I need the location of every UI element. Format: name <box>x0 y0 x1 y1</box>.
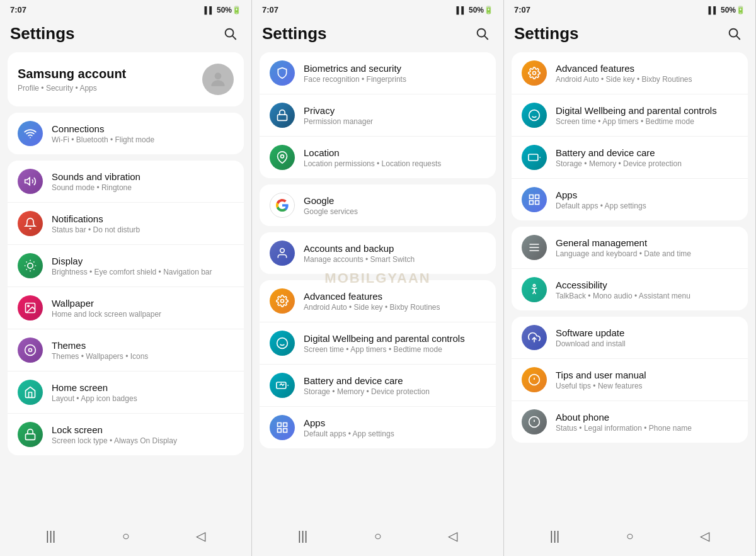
apps2-icon <box>522 187 547 212</box>
list-item[interactable]: Display Brightness • Eye comfort shield … <box>8 245 244 287</box>
list-item[interactable]: About phone Status • Legal information •… <box>512 401 748 443</box>
panel3-group2: General management Language and keyboard… <box>512 227 748 310</box>
item-sub: Status • Legal information • Phone name <box>556 424 738 433</box>
search-button-2[interactable] <box>471 22 493 45</box>
list-item[interactable]: Wallpaper Home and lock screen wallpaper <box>8 287 244 329</box>
signal-icon-2: ▌▌ <box>456 6 466 14</box>
item-title: Home screen <box>52 382 234 393</box>
item-sub: Wi-Fi • Bluetooth • Flight mode <box>52 135 234 144</box>
item-text: Connections Wi-Fi • Bluetooth • Flight m… <box>52 123 234 144</box>
list-item[interactable]: Location Location permissions • Location… <box>260 137 496 178</box>
status-bar-2: 7:07 ▌▌ 50%🔋 <box>252 0 503 17</box>
connections-group: Connections Wi-Fi • Bluetooth • Flight m… <box>8 113 244 154</box>
page-title-3: Settings <box>514 24 579 43</box>
wallpaper-icon <box>18 295 43 321</box>
privacy-icon <box>270 103 295 128</box>
item-title: General management <box>556 237 738 248</box>
item-sub: Download and install <box>556 339 738 348</box>
biometrics-icon <box>270 60 295 86</box>
home-button-3[interactable]: ○ <box>616 526 644 546</box>
item-sub: Useful tips • New features <box>556 382 738 390</box>
home-button-2[interactable]: ○ <box>364 526 392 546</box>
item-title: Google <box>304 195 486 206</box>
item-text: About phone Status • Legal information •… <box>556 412 738 433</box>
item-sub: Face recognition • Fingerprints <box>304 75 486 84</box>
list-item[interactable]: Tips and user manual Useful tips • New f… <box>512 359 748 401</box>
svg-rect-43 <box>530 201 534 205</box>
list-item[interactable]: Digital Wellbeing and parental controls … <box>512 94 748 137</box>
search-button-3[interactable] <box>723 22 745 45</box>
list-item[interactable]: Home screen Layout • App icon badges <box>8 372 244 414</box>
item-text: Accessibility TalkBack • Mono audio • As… <box>556 280 738 300</box>
samsung-account-info: Samsung account Profile • Security • App… <box>18 67 126 93</box>
item-text: Advanced features Android Auto • Side ke… <box>556 63 738 84</box>
list-item[interactable]: Apps Default apps • App settings <box>512 179 748 220</box>
item-text: Digital Wellbeing and parental controls … <box>304 333 486 354</box>
svg-rect-42 <box>536 201 539 205</box>
recent-button-3[interactable]: ||| <box>540 526 570 546</box>
back-button-2[interactable]: ◁ <box>438 526 467 546</box>
list-item[interactable]: Software update Download and install <box>512 317 748 359</box>
list-item[interactable]: Accounts and backup Manage accounts • Sm… <box>260 232 496 274</box>
item-title: Digital Wellbeing and parental controls <box>304 333 486 344</box>
recent-button-1[interactable]: ||| <box>36 526 66 546</box>
item-sub: Screen lock type • Always On Display <box>52 436 234 445</box>
list-item[interactable]: Notifications Status bar • Do not distur… <box>8 203 244 245</box>
item-sub: Screen time • App timers • Bedtime mode <box>556 117 738 126</box>
svg-point-47 <box>533 285 535 287</box>
list-item[interactable]: Privacy Permission manager <box>260 94 496 137</box>
item-sub: Default apps • App settings <box>556 201 738 210</box>
svg-line-18 <box>484 36 488 39</box>
item-sub: Status bar • Do not disturb <box>52 225 234 234</box>
phone-panel-1: 7:07 ▌▌ 50%🔋 Settings Samsung account Pr… <box>0 0 252 556</box>
list-item[interactable]: Apps Default apps • App settings <box>260 407 496 448</box>
list-item[interactable]: Google Google services <box>260 184 496 226</box>
svg-point-2 <box>215 72 222 79</box>
item-title: Location <box>304 147 486 158</box>
item-text: Apps Default apps • App settings <box>304 417 486 438</box>
status-icons-3: ▌▌ 50%🔋 <box>708 6 745 14</box>
home-button-1[interactable]: ○ <box>112 526 140 546</box>
list-item[interactable]: Digital Wellbeing and parental controls … <box>260 322 496 365</box>
item-sub: Android Auto • Side key • Bixby Routines <box>556 75 738 84</box>
settings-list-1: Samsung account Profile • Security • App… <box>0 52 251 518</box>
list-item[interactable]: Battery and device care Storage • Memory… <box>260 365 496 407</box>
list-item[interactable]: Lock screen Screen lock type • Always On… <box>8 414 244 455</box>
item-title: About phone <box>556 412 738 423</box>
list-item[interactable]: General management Language and keyboard… <box>512 227 748 269</box>
item-title: Apps <box>304 417 486 428</box>
item-title: Privacy <box>304 105 486 116</box>
wellbeing2-icon <box>522 103 547 128</box>
item-title: Connections <box>52 123 234 134</box>
app-bar-3: Settings <box>504 17 755 52</box>
list-item[interactable]: Accessibility TalkBack • Mono audio • As… <box>512 269 748 310</box>
list-item[interactable]: Battery and device care Storage • Memory… <box>512 137 748 179</box>
list-item[interactable]: Sounds and vibration Sound mode • Ringto… <box>8 161 244 203</box>
search-button-1[interactable] <box>219 22 241 45</box>
list-item[interactable]: Themes Themes • Wallpapers • Icons <box>8 329 244 372</box>
list-item[interactable]: Advanced features Android Auto • Side ke… <box>512 52 748 94</box>
item-text: Location Location permissions • Location… <box>304 147 486 168</box>
list-item[interactable]: Advanced features Android Auto • Side ke… <box>260 280 496 322</box>
list-item[interactable]: Connections Wi-Fi • Bluetooth • Flight m… <box>8 113 244 154</box>
samsung-account-card[interactable]: Samsung account Profile • Security • App… <box>8 52 244 106</box>
svg-point-4 <box>28 263 33 268</box>
recent-button-2[interactable]: ||| <box>288 526 318 546</box>
item-sub: Themes • Wallpapers • Icons <box>52 352 234 361</box>
item-text: Lock screen Screen lock type • Always On… <box>52 424 234 445</box>
item-sub: Location permissions • Location requests <box>304 159 486 168</box>
item-text: Biometrics and security Face recognition… <box>304 63 486 84</box>
svg-rect-16 <box>26 434 35 440</box>
back-button-3[interactable]: ◁ <box>690 526 719 546</box>
item-title: Lock screen <box>52 424 234 435</box>
back-button-1[interactable]: ◁ <box>186 526 215 546</box>
accounts-group: Accounts and backup Manage accounts • Sm… <box>260 232 496 274</box>
item-title: Software update <box>556 327 738 338</box>
svg-rect-28 <box>278 423 282 427</box>
item-text: Digital Wellbeing and parental controls … <box>556 105 738 126</box>
list-item[interactable]: Biometrics and security Face recognition… <box>260 52 496 94</box>
item-sub: TalkBack • Mono audio • Assistant menu <box>556 292 738 300</box>
battery2-icon <box>522 145 547 170</box>
battery-icon <box>270 373 295 398</box>
item-text: Home screen Layout • App icon badges <box>52 382 234 403</box>
